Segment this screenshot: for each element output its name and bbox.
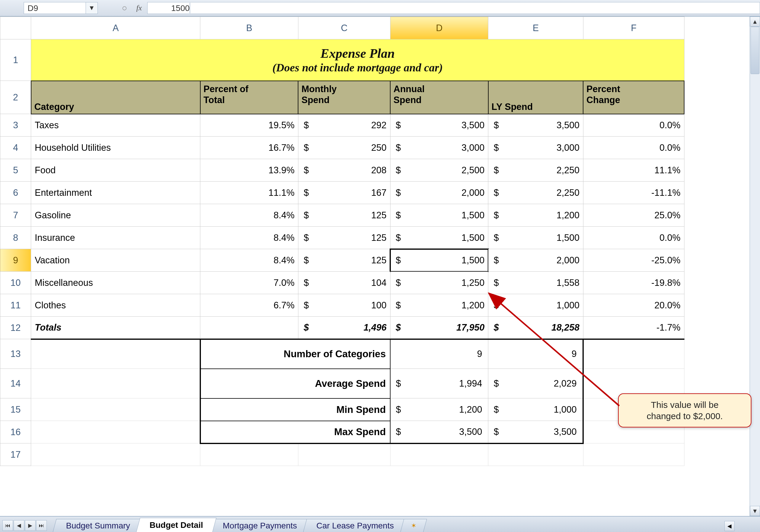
cell-E7[interactable]: $1,200 bbox=[488, 204, 584, 227]
col-hdr-F[interactable]: F bbox=[583, 17, 684, 39]
cell-A11[interactable]: Clothes bbox=[31, 294, 200, 317]
cell-E3[interactable]: $3,500 bbox=[488, 114, 584, 137]
scroll-thumb[interactable] bbox=[750, 27, 759, 74]
cell-D4[interactable]: $3,000 bbox=[390, 137, 488, 159]
cell-D16[interactable]: $3,500 bbox=[390, 421, 488, 443]
cell-D13[interactable]: 9 bbox=[390, 339, 488, 369]
hdr-pctchg[interactable]: PercentChange bbox=[583, 81, 684, 114]
tab-nav-next[interactable]: ▶ bbox=[25, 520, 35, 531]
cell-B12[interactable] bbox=[200, 317, 298, 339]
row-hdr-12[interactable]: 12 bbox=[0, 317, 31, 339]
row-hdr-10[interactable]: 10 bbox=[0, 272, 31, 294]
cell-F11[interactable]: 20.0% bbox=[583, 294, 684, 317]
cell-D3[interactable]: $3,500 bbox=[390, 114, 488, 137]
hdr-monthly[interactable]: MonthlySpend bbox=[298, 81, 390, 114]
summary-numcat-label[interactable]: Number of Categories bbox=[200, 339, 390, 369]
cell-E4[interactable]: $3,000 bbox=[488, 137, 584, 159]
row-hdr-11[interactable]: 11 bbox=[0, 294, 31, 317]
summary-max-label[interactable]: Max Spend bbox=[200, 421, 390, 443]
cell-A4[interactable]: Household Utilities bbox=[31, 137, 200, 159]
row-hdr-13[interactable]: 13 bbox=[0, 339, 31, 369]
cell-F4[interactable]: 0.0% bbox=[583, 137, 684, 159]
row-hdr-3[interactable]: 3 bbox=[0, 114, 31, 137]
fx-icon[interactable]: fx bbox=[136, 4, 142, 13]
cell-B6[interactable]: 11.1% bbox=[200, 182, 298, 204]
cell-C5[interactable]: $208 bbox=[298, 159, 390, 182]
summary-avg-label[interactable]: Average Spend bbox=[200, 369, 390, 398]
cell-A13[interactable] bbox=[31, 339, 200, 369]
new-sheet-button[interactable]: ✶ bbox=[400, 519, 427, 532]
cell-C6[interactable]: $167 bbox=[298, 182, 390, 204]
cell-E13[interactable]: 9 bbox=[488, 339, 584, 369]
row-hdr-17[interactable]: 17 bbox=[0, 443, 31, 466]
cancel-icon[interactable]: ○ bbox=[116, 3, 133, 13]
cell-A8[interactable]: Insurance bbox=[31, 227, 200, 249]
cell-A12[interactable]: Totals bbox=[31, 317, 200, 339]
cell-A17[interactable] bbox=[31, 443, 200, 466]
cell-F13[interactable] bbox=[583, 339, 684, 369]
cell-D7[interactable]: $1,500 bbox=[390, 204, 488, 227]
cell-C9[interactable]: $125 bbox=[298, 249, 390, 272]
cell-D9[interactable]: $1,500 bbox=[390, 249, 488, 272]
cell-E5[interactable]: $2,250 bbox=[488, 159, 584, 182]
scroll-down-button[interactable]: ▼ bbox=[750, 506, 760, 516]
row-hdr-1[interactable]: 1 bbox=[0, 39, 31, 81]
cell-D11[interactable]: $1,200 bbox=[390, 294, 488, 317]
cell-E12[interactable]: $18,258 bbox=[488, 317, 584, 339]
row-hdr-7[interactable]: 7 bbox=[0, 204, 31, 227]
cell-E10[interactable]: $1,558 bbox=[488, 272, 584, 294]
cell-E11[interactable]: $1,000 bbox=[488, 294, 584, 317]
cell-F17[interactable] bbox=[583, 443, 684, 466]
cell-D10[interactable]: $1,250 bbox=[390, 272, 488, 294]
cell-E17[interactable] bbox=[488, 443, 584, 466]
cell-B9[interactable]: 8.4% bbox=[200, 249, 298, 272]
name-box-dropdown[interactable]: ▼ bbox=[86, 2, 98, 14]
scroll-up-button[interactable]: ▲ bbox=[750, 17, 760, 27]
row-hdr-8[interactable]: 8 bbox=[0, 227, 31, 249]
col-hdr-B[interactable]: B bbox=[200, 17, 298, 39]
row-hdr-16[interactable]: 16 bbox=[0, 421, 31, 443]
hdr-pct[interactable]: Percent ofTotal bbox=[200, 81, 298, 114]
cell-C17[interactable] bbox=[298, 443, 390, 466]
cell-E14[interactable]: $2,029 bbox=[488, 369, 584, 398]
cell-C7[interactable]: $125 bbox=[298, 204, 390, 227]
cell-A16[interactable] bbox=[31, 421, 200, 443]
cell-C4[interactable]: $250 bbox=[298, 137, 390, 159]
cell-E16[interactable]: $3,500 bbox=[488, 421, 584, 443]
row-hdr-9[interactable]: 9 bbox=[0, 249, 31, 272]
col-hdr-A[interactable]: A bbox=[31, 17, 200, 39]
tab-nav-first[interactable]: ⏮ bbox=[2, 520, 13, 531]
cell-D14[interactable]: $1,994 bbox=[390, 369, 488, 398]
col-hdr-C[interactable]: C bbox=[298, 17, 390, 39]
formula-input[interactable]: 1500 bbox=[147, 2, 760, 14]
cell-F7[interactable]: 25.0% bbox=[583, 204, 684, 227]
col-hdr-E[interactable]: E bbox=[488, 17, 584, 39]
sheet-tab-budget-detail[interactable]: Budget Detail bbox=[136, 518, 216, 532]
row-hdr-6[interactable]: 6 bbox=[0, 182, 31, 204]
cell-B17[interactable] bbox=[200, 443, 298, 466]
cell-F5[interactable]: 11.1% bbox=[583, 159, 684, 182]
row-hdr-15[interactable]: 15 bbox=[0, 398, 31, 421]
h-scroll-left[interactable]: ◀ bbox=[725, 521, 735, 531]
cell-A5[interactable]: Food bbox=[31, 159, 200, 182]
cell-A7[interactable]: Gasoline bbox=[31, 204, 200, 227]
tab-nav-prev[interactable]: ◀ bbox=[14, 520, 24, 531]
hdr-category[interactable]: Category bbox=[31, 81, 200, 114]
hdr-ly[interactable]: LY Spend bbox=[488, 81, 584, 114]
vertical-scrollbar[interactable]: ▲ ▼ bbox=[750, 17, 760, 516]
tab-nav-last[interactable]: ⏭ bbox=[36, 520, 47, 531]
cell-C10[interactable]: $104 bbox=[298, 272, 390, 294]
cell-D15[interactable]: $1,200 bbox=[390, 398, 488, 421]
sheet-tab-budget-summary[interactable]: Budget Summary bbox=[53, 519, 143, 532]
cell-A9[interactable]: Vacation bbox=[31, 249, 200, 272]
cell-A14[interactable] bbox=[31, 369, 200, 398]
cell-A6[interactable]: Entertainment bbox=[31, 182, 200, 204]
col-hdr-D[interactable]: D bbox=[390, 17, 488, 39]
hdr-annual[interactable]: AnnualSpend bbox=[390, 81, 488, 114]
cell-A15[interactable] bbox=[31, 398, 200, 421]
row-hdr-14[interactable]: 14 bbox=[0, 369, 31, 398]
cell-F6[interactable]: -11.1% bbox=[583, 182, 684, 204]
row-hdr-2[interactable]: 2 bbox=[0, 81, 31, 114]
cell-D17[interactable] bbox=[390, 443, 488, 466]
cell-E15[interactable]: $1,000 bbox=[488, 398, 584, 421]
